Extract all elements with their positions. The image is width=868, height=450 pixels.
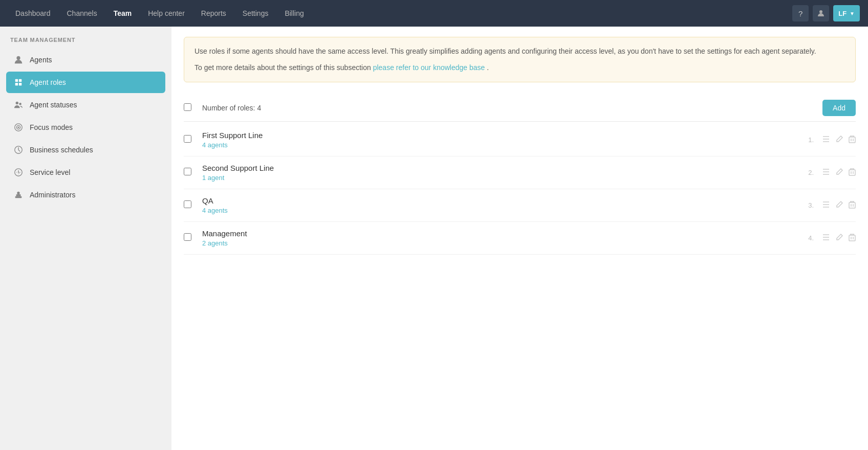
role-name-3: QA	[202, 196, 808, 205]
role-agents-2[interactable]: 1 agent	[202, 174, 808, 182]
roles-header: Number of roles: 4 Add	[184, 95, 856, 122]
svg-rect-2	[15, 79, 18, 82]
role-checkbox-wrapper-2	[184, 168, 202, 177]
role-num-3: 3.	[808, 201, 814, 209]
info-text-2: To get more details about the settings o…	[194, 62, 845, 73]
role-name-4: Management	[202, 229, 808, 238]
sidebar-focus-modes-label: Focus modes	[30, 123, 73, 131]
edit-icon-1[interactable]	[835, 135, 843, 145]
sidebar-item-administrators[interactable]: Administrators	[6, 184, 165, 206]
help-icon-button[interactable]: ?	[792, 5, 809, 21]
svg-rect-5	[19, 83, 21, 85]
top-nav: Dashboard Channels Team Help center Repo…	[0, 0, 868, 27]
table-row: QA 4 agents 3.	[184, 189, 856, 222]
svg-point-7	[19, 103, 21, 105]
info-text-1: Use roles if some agents should have the…	[194, 46, 845, 57]
svg-point-0	[819, 10, 822, 13]
roles-count-label: Number of roles:	[202, 104, 255, 112]
info-text-2-after: .	[487, 63, 489, 72]
sidebar-item-agent-statuses[interactable]: Agent statuses	[6, 94, 165, 116]
nav-channels[interactable]: Channels	[60, 5, 104, 21]
delete-icon-2[interactable]	[849, 168, 856, 177]
chevron-down-icon: ▼	[850, 11, 855, 16]
role-num-4: 4.	[808, 234, 814, 242]
role-actions-4: 4.	[808, 233, 856, 243]
focus-modes-icon	[13, 122, 24, 132]
role-num-1: 1.	[808, 136, 814, 144]
select-all-checkbox[interactable]	[184, 103, 191, 111]
agents-icon	[13, 55, 24, 65]
sidebar-section-title: TEAM MANAGEMENT	[6, 37, 165, 43]
role-actions-3: 3.	[808, 200, 856, 210]
table-row: Management 2 agents 4.	[184, 222, 856, 255]
role-info-3: QA 4 agents	[202, 196, 808, 214]
role-checkbox-wrapper-4	[184, 233, 202, 242]
info-banner: Use roles if some agents should have the…	[184, 37, 856, 82]
svg-rect-37	[849, 202, 855, 208]
reorder-icon-2[interactable]	[822, 168, 830, 177]
role-list: First Support Line 4 agents 1.	[184, 124, 856, 255]
svg-rect-28	[849, 170, 855, 175]
role-checkbox-wrapper-1	[184, 135, 202, 144]
nav-billing[interactable]: Billing	[277, 5, 311, 21]
nav-help-center[interactable]: Help center	[141, 5, 192, 21]
reorder-icon-1[interactable]	[822, 136, 830, 144]
nav-reports[interactable]: Reports	[194, 5, 233, 21]
svg-rect-13	[15, 196, 22, 198]
delete-icon-3[interactable]	[849, 200, 856, 210]
agent-roles-icon	[13, 77, 24, 87]
agent-statuses-icon	[13, 100, 24, 110]
sidebar-agent-roles-label: Agent roles	[30, 78, 66, 86]
sidebar-item-agents[interactable]: Agents	[6, 49, 165, 71]
user-badge[interactable]: LF ▼	[833, 5, 860, 21]
edit-icon-2[interactable]	[835, 168, 843, 177]
svg-point-15	[17, 192, 19, 194]
role-info-2: Second Support Line 1 agent	[202, 164, 808, 182]
roles-count: Number of roles: 4	[202, 104, 822, 112]
sidebar-item-agent-roles[interactable]: Agent roles	[6, 72, 165, 93]
sidebar-item-business-schedules[interactable]: Business schedules	[6, 139, 165, 161]
role-actions-2: 2.	[808, 168, 856, 177]
role-checkbox-2[interactable]	[184, 168, 191, 175]
edit-icon-4[interactable]	[835, 233, 843, 243]
user-icon-button[interactable]	[813, 5, 829, 21]
sidebar-item-focus-modes[interactable]: Focus modes	[6, 117, 165, 138]
role-checkbox-3[interactable]	[184, 200, 191, 208]
nav-settings[interactable]: Settings	[235, 5, 276, 21]
role-agents-4[interactable]: 2 agents	[202, 239, 808, 247]
role-actions-1: 1.	[808, 135, 856, 145]
nav-right: ? LF ▼	[792, 5, 860, 21]
reorder-icon-4[interactable]	[822, 234, 830, 242]
svg-point-1	[16, 56, 20, 60]
role-num-2: 2.	[808, 169, 814, 176]
delete-icon-4[interactable]	[849, 233, 856, 243]
sidebar-business-schedules-label: Business schedules	[30, 146, 93, 154]
nav-team[interactable]: Team	[106, 5, 139, 21]
reorder-icon-3[interactable]	[822, 201, 830, 210]
edit-icon-3[interactable]	[835, 200, 843, 210]
svg-rect-19	[849, 137, 855, 143]
knowledge-base-link[interactable]: please refer to our knowledge base	[373, 63, 485, 72]
service-level-icon	[13, 167, 24, 177]
sidebar-agent-statuses-label: Agent statuses	[30, 101, 77, 109]
nav-items: Dashboard Channels Team Help center Repo…	[8, 5, 792, 21]
role-checkbox-4[interactable]	[184, 233, 191, 241]
role-checkbox-1[interactable]	[184, 135, 191, 143]
svg-rect-3	[19, 79, 21, 82]
user-initials: LF	[838, 10, 847, 17]
administrators-icon	[13, 190, 24, 200]
role-name-2: Second Support Line	[202, 164, 808, 172]
table-row: First Support Line 4 agents 1.	[184, 124, 856, 156]
sidebar-service-level-label: Service level	[30, 168, 70, 176]
sidebar-item-service-level[interactable]: Service level	[6, 162, 165, 183]
role-agents-1[interactable]: 4 agents	[202, 141, 808, 149]
role-name-1: First Support Line	[202, 131, 808, 140]
delete-icon-1[interactable]	[849, 135, 856, 145]
svg-rect-4	[15, 83, 18, 85]
role-agents-3[interactable]: 4 agents	[202, 207, 808, 214]
sidebar-administrators-label: Administrators	[30, 191, 75, 199]
add-role-button[interactable]: Add	[822, 100, 856, 116]
main-content: Use roles if some agents should have the…	[171, 27, 868, 450]
svg-point-10	[18, 127, 19, 128]
nav-dashboard[interactable]: Dashboard	[8, 5, 58, 21]
